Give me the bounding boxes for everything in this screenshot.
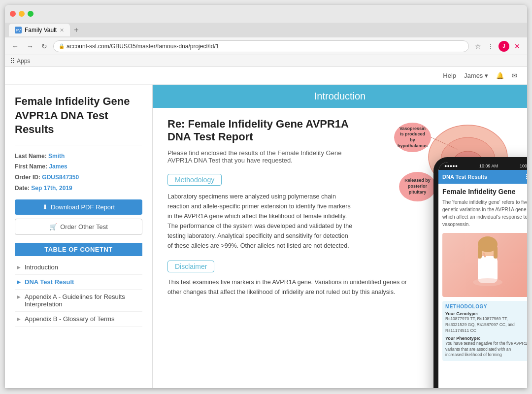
cart-icon: 🛒: [49, 223, 57, 230]
maximize-button[interactable]: [28, 11, 33, 17]
apps-bar: ⠿ Apps: [5, 55, 527, 67]
disclaimer-badge: Disclaimer: [167, 261, 214, 272]
tab-bar: FV Family Vault ✕ +: [5, 23, 527, 37]
order-label: Order Other Test: [60, 223, 108, 230]
date-label: Date:: [15, 185, 30, 192]
toc-item-appendix-b[interactable]: ▶ Appendix B - Glossary of Terms: [15, 312, 142, 327]
report-intro: Please find enclosed the results of the …: [167, 149, 355, 164]
user-dropdown-icon: ▾: [485, 72, 488, 79]
forward-button[interactable]: →: [25, 41, 35, 51]
phone-screen: ●●●●● 10:09 AM 100% DNA Test Results: [438, 162, 527, 388]
browser-toolbar: ← → ↻ 🔒 account-ssl.com/GBUS/35/master/f…: [5, 37, 527, 55]
phone-gene-subtitle: The 'female infidelity gene' refers to f…: [442, 198, 527, 228]
date-value: Sep 17th, 2019: [31, 185, 72, 192]
sidebar-meta: Last Name: Smith First Name: James Order…: [15, 151, 142, 194]
report-title: Re: Female Infidelity Gene AVPR1A DNA Te…: [167, 118, 355, 143]
close-button[interactable]: [10, 11, 16, 17]
hamburger-line-1: [526, 174, 527, 175]
main-content: Introduction: [153, 85, 527, 388]
bell-icon[interactable]: 🔔: [496, 72, 504, 79]
phone-header: DNA Test Results: [438, 170, 527, 184]
toc-header: TABLE OF CONETNT: [15, 243, 142, 256]
phone-mockup: ●●●●● 10:09 AM 100% DNA Test Results: [433, 157, 527, 388]
sidebar: Female Infidelity Gene AVPR1A DNA Test R…: [5, 85, 153, 388]
toc-label-appendix-a: Appendix A - Guidelines for Results Inte…: [25, 293, 140, 308]
phone-status-bar: ●●●●● 10:09 AM 100%: [438, 162, 527, 170]
woman-silhouette-svg: [463, 235, 512, 295]
app-body: Female Infidelity Gene AVPR1A DNA Test R…: [5, 85, 527, 388]
order-test-button[interactable]: 🛒 Order Other Test: [15, 219, 142, 235]
toc-arrow-dna-result: ▶: [17, 279, 21, 285]
toc-item-introduction[interactable]: ▶ Introduction: [15, 260, 142, 275]
url-text: account-ssl.com/GBUS/35/master/famous-dn…: [66, 43, 219, 50]
minimize-button[interactable]: [19, 11, 25, 17]
phone-header-title: DNA Test Results: [442, 174, 487, 180]
toc-label-dna-result: DNA Test Result: [25, 278, 74, 286]
tab-favicon: FV: [15, 27, 22, 33]
brain-label-hypothalamus: Vasopressin is produced by hypothalamus: [394, 123, 431, 152]
order-id-label: Order ID:: [15, 174, 40, 181]
toc-item-dna-result[interactable]: ▶ DNA Test Result: [15, 275, 142, 290]
intro-banner: Introduction: [153, 85, 527, 108]
phone-time: 10:09 AM: [479, 164, 498, 168]
sidebar-divider: [15, 145, 142, 145]
download-icon: ⬇: [42, 203, 48, 211]
close-browser-icon[interactable]: ✕: [512, 41, 522, 51]
last-name-label: Last Name:: [15, 153, 47, 160]
hamburger-menu-icon[interactable]: [526, 174, 527, 179]
browser-window: FV Family Vault ✕ + ← → ↻ 🔒 account-ssl.…: [5, 5, 527, 388]
tab-close-button[interactable]: ✕: [60, 27, 64, 33]
download-pdf-button[interactable]: ⬇ Download PDF Report: [15, 199, 142, 215]
tab-title: Family Vault: [25, 27, 57, 33]
mail-icon[interactable]: ✉: [512, 72, 517, 79]
svg-rect-17: [494, 246, 498, 259]
phone-gene-title: Female Infidelity Gene: [442, 188, 527, 196]
disclaimer-text: This test examines five markers in the A…: [167, 277, 414, 297]
content-area: Vasopressin is produced by hypothalamus …: [153, 118, 527, 312]
first-name-value: James: [49, 163, 67, 170]
refresh-button[interactable]: ↻: [39, 41, 49, 51]
svg-point-14: [473, 278, 502, 286]
user-menu[interactable]: James ▾: [464, 72, 488, 79]
apps-grid-icon: ⠿: [10, 57, 15, 65]
user-name: James: [464, 72, 483, 79]
lock-icon: 🔒: [59, 43, 65, 49]
phone-content: Female Infidelity Gene The 'female infid…: [438, 184, 527, 365]
toc-label-introduction: Introduction: [25, 263, 58, 271]
address-bar[interactable]: 🔒 account-ssl.com/GBUS/35/master/famous-…: [53, 40, 469, 52]
methodology-text: Laboratory specimens were analyzed using…: [167, 192, 355, 251]
sidebar-report-title: Female Infidelity Gene AVPR1A DNA Test R…: [15, 95, 142, 137]
star-icon[interactable]: ☆: [473, 41, 483, 51]
first-name-label: First Name:: [15, 163, 47, 170]
svg-rect-16: [478, 246, 482, 259]
hamburger-line-2: [526, 176, 527, 177]
methodology-badge: Methodology: [167, 174, 222, 186]
download-label: Download PDF Report: [51, 203, 115, 211]
toc-arrow-appendix-b: ▶: [17, 316, 21, 322]
user-avatar[interactable]: J: [499, 41, 509, 52]
hamburger-line-3: [526, 178, 527, 179]
toolbar-right: ☆ ⋮ J ✕: [473, 41, 522, 52]
phone-signal: ●●●●●: [444, 164, 458, 168]
toc-arrow-appendix-a: ▶: [17, 294, 21, 299]
toc-item-appendix-a[interactable]: ▶ Appendix A - Guidelines for Results In…: [15, 290, 142, 312]
toc-arrow-introduction: ▶: [17, 264, 21, 270]
phone-genotype-value: Rs10877970 TT, Rs10877969 TT, Rs3021529 …: [445, 316, 527, 334]
browser-tab[interactable]: FV Family Vault ✕: [9, 24, 70, 36]
toc-label-appendix-b: Appendix B - Glossary of Terms: [25, 315, 115, 323]
phone-woman-image: [442, 233, 527, 297]
phone-battery: 100%: [520, 164, 527, 168]
phone-genotype-label: Your Genotype:: [445, 311, 527, 316]
phone-phenotype-label: Your Phenotype:: [445, 336, 527, 341]
phone-phenotype-value: You have tested negative for the five AV…: [445, 341, 527, 359]
help-link[interactable]: Help: [443, 72, 456, 79]
menu-icon[interactable]: ⋮: [486, 41, 496, 51]
phone-methodology-title: METHODOLOGY: [445, 304, 527, 309]
apps-label: Apps: [17, 58, 30, 65]
last-name-value: Smith: [48, 153, 65, 160]
app-topnav: Help James ▾ 🔔 ✉: [5, 67, 527, 85]
title-bar: [5, 5, 527, 23]
phone-methodology-section: METHODOLOGY Your Genotype: Rs10877970 TT…: [442, 301, 527, 361]
back-button[interactable]: ←: [10, 41, 21, 51]
new-tab-button[interactable]: +: [72, 26, 80, 34]
